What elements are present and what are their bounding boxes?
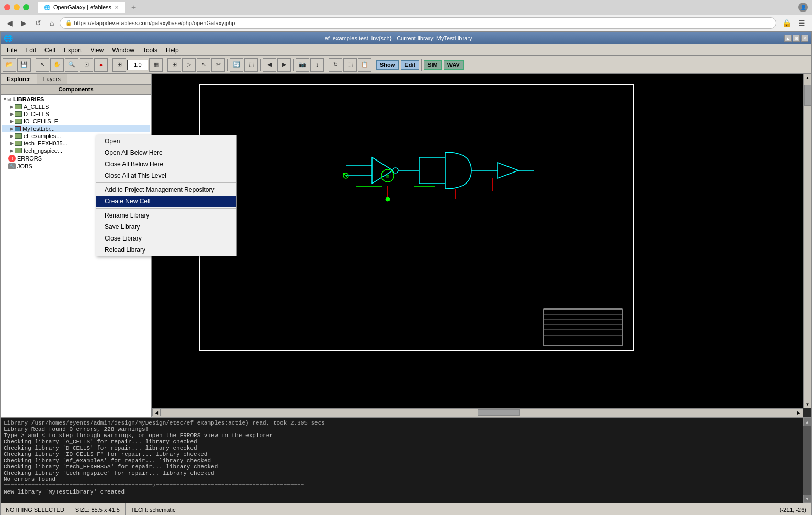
tab-explorer[interactable]: Explorer — [1, 74, 37, 84]
schematic-svg: in — [152, 74, 803, 408]
tree-libraries-root[interactable]: ▼ ⊞ LIBRARIES — [2, 96, 150, 103]
toolbar-snap-btn[interactable]: ▦ — [149, 58, 163, 72]
efexamples-expand-icon: ▶ — [10, 133, 14, 139]
menu-help[interactable]: Help — [162, 45, 183, 55]
ctx-save-library[interactable]: Save Library — [96, 221, 236, 233]
canvas-scrollbar-right[interactable]: ▲ ▼ — [803, 74, 811, 408]
toolbar-nav-next[interactable]: ▶ — [277, 58, 291, 72]
toolbar-open-btn[interactable]: 📂 — [3, 58, 16, 72]
toolbar-refresh-btn[interactable]: ↻ — [329, 58, 342, 72]
ctx-reload-library[interactable]: Reload Library — [96, 244, 236, 256]
menu-tools[interactable]: Tools — [139, 45, 162, 55]
menu-file[interactable]: File — [3, 45, 21, 55]
nav-forward-button[interactable]: ▶ — [18, 18, 29, 28]
menu-export[interactable]: Export — [60, 45, 86, 55]
scroll-thumb-h[interactable] — [478, 409, 520, 416]
canvas-area[interactable]: ▲ ▼ ◀ ▶ — [152, 74, 811, 417]
log-line-5: Checking library 'D_CELLS' for repair...… — [4, 445, 808, 451]
log-scroll-up[interactable]: ▲ — [803, 418, 811, 426]
tab-layers[interactable]: Layers — [37, 74, 67, 84]
extensions-button[interactable]: 🔒 — [780, 18, 794, 28]
browser-chrome: 🌐 OpenGalaxy | efabless ✕ + 👤 ◀ ▶ ↺ ⌂ 🔒 … — [0, 0, 812, 31]
panel-tabs: Explorer Layers — [1, 74, 151, 85]
log-scroll-down[interactable]: ▼ — [803, 495, 811, 503]
tree-node-dcells[interactable]: ▶ D_CELLS — [2, 110, 150, 118]
nav-home-button[interactable]: ⌂ — [47, 18, 57, 28]
nav-back-button[interactable]: ◀ — [4, 18, 15, 28]
log-line-10: No errors found — [4, 476, 808, 483]
tree-node-mytestlib[interactable]: ▶ MyTestLibr... — [2, 125, 150, 132]
zoom-input[interactable] — [127, 60, 148, 70]
toolbar-btn16[interactable]: ⤵ — [310, 58, 324, 72]
app-title: ef_examples:test_inv{sch} - Current libr… — [13, 35, 784, 41]
toolbar-btn9[interactable]: ▷ — [182, 58, 196, 72]
scroll-up-btn[interactable]: ▲ — [804, 74, 811, 82]
scroll-right-btn[interactable]: ▶ — [795, 409, 803, 416]
errors-label: ERRORS — [17, 155, 42, 162]
close-window-btn[interactable] — [4, 4, 10, 10]
scroll-down-btn[interactable]: ▼ — [804, 400, 811, 408]
toolbar-pan-btn[interactable]: ✋ — [50, 58, 64, 72]
log-scrollbar[interactable]: ▲ ▼ — [803, 418, 811, 503]
ctx-create-new-cell[interactable]: Create New Cell — [96, 196, 236, 207]
browser-tab[interactable]: 🌐 OpenGalaxy | efabless ✕ — [38, 2, 125, 13]
log-scroll-track — [803, 426, 811, 495]
toolbar-edit-label[interactable]: Edit — [401, 60, 419, 70]
menu-edit[interactable]: Edit — [21, 45, 40, 55]
toolbar-camera-btn[interactable]: 📷 — [296, 58, 309, 72]
address-bar[interactable]: 🔒 https://efappdev.efabless.com/galaxyba… — [60, 17, 776, 29]
toolbar-btn10[interactable]: ↖ — [197, 58, 210, 72]
svg-point-18 — [386, 197, 390, 201]
toolbar-btn12[interactable]: 🔄 — [230, 58, 243, 72]
tree-node-acells[interactable]: ▶ A_CELLS — [2, 103, 150, 110]
toolbar-hist-btn[interactable]: ⬚ — [343, 58, 357, 72]
toolbar-zoom-btn[interactable]: 🔍 — [65, 58, 78, 72]
toolbar-prop-btn[interactable]: 📋 — [358, 58, 371, 72]
scroll-thumb-v[interactable] — [804, 85, 811, 106]
toolbar-zoom-box-btn[interactable]: ⊡ — [80, 58, 93, 72]
ctx-close-library[interactable]: Close Library — [96, 233, 236, 244]
toolbar-btn13[interactable]: ⬚ — [244, 58, 258, 72]
svg-point-4 — [393, 168, 398, 173]
win-close-button[interactable]: ✕ — [801, 35, 808, 42]
win-restore-button[interactable]: ⊞ — [793, 35, 800, 42]
ctx-close-all-below[interactable]: Close All Below Here — [96, 158, 236, 170]
toolbar-sep8 — [374, 59, 374, 71]
menu-cell[interactable]: Cell — [40, 45, 60, 55]
acells-lib-icon — [15, 104, 22, 109]
toolbar-wav-label[interactable]: WAV — [444, 60, 464, 70]
toolbar-grid-btn[interactable]: ⊞ — [112, 58, 126, 72]
canvas-scrollbar-bottom[interactable]: ◀ ▶ — [152, 408, 803, 417]
techefxh-label: tech_EFXH035... — [24, 140, 67, 146]
menu-view[interactable]: View — [86, 45, 108, 55]
scroll-track-v — [804, 82, 811, 400]
ctx-close-all-level[interactable]: Close All at This Level — [96, 170, 236, 181]
toolbar-sim-label[interactable]: SIM — [424, 60, 442, 70]
ctx-rename-library[interactable]: Rename Library — [96, 210, 236, 221]
toolbar-show-label[interactable]: Show — [376, 60, 399, 70]
ctx-add-repo[interactable]: Add to Project Management Repository — [96, 184, 236, 196]
toolbar-circle-btn[interactable]: ● — [94, 58, 108, 72]
menu-button[interactable]: ☰ — [796, 18, 808, 28]
win-up-button[interactable]: ▲ — [784, 35, 792, 42]
toolbar-btn11[interactable]: ✂ — [211, 58, 225, 72]
log-area[interactable]: Library /usr/homes/eyents/admin/design/M… — [1, 417, 811, 503]
ctx-open-all-below[interactable]: Open All Below Here — [96, 147, 236, 158]
nav-reload-button[interactable]: ↺ — [32, 18, 44, 28]
toolbar-btn8[interactable]: ⊞ — [167, 58, 181, 72]
techng-expand-icon: ▶ — [10, 148, 14, 153]
tree-node-iocells[interactable]: ▶ IO_CELLS_F — [2, 118, 150, 125]
techefxh-lib-icon — [15, 141, 22, 146]
maximize-window-btn[interactable] — [23, 4, 29, 10]
toolbar-nav-prev[interactable]: ◀ — [263, 58, 276, 72]
toolbar-save-btn[interactable]: 💾 — [17, 58, 31, 72]
toolbar-select-btn[interactable]: ↖ — [36, 58, 49, 72]
ctx-open[interactable]: Open — [96, 135, 236, 147]
tab-close-icon[interactable]: ✕ — [115, 5, 119, 10]
minimize-window-btn[interactable] — [14, 4, 20, 10]
menu-window[interactable]: Window — [108, 45, 139, 55]
iocells-lib-icon — [15, 119, 22, 124]
new-tab-button[interactable]: + — [128, 2, 139, 13]
scroll-track-h — [161, 409, 795, 417]
scroll-left-btn[interactable]: ◀ — [152, 409, 161, 416]
